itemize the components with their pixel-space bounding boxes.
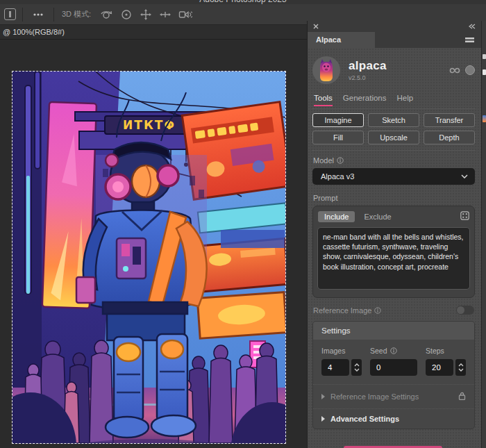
steps-input[interactable] — [426, 359, 453, 376]
stepper-down-icon[interactable] — [458, 368, 464, 372]
prompt-label-row: Prompt — [313, 194, 475, 202]
app-name: alpaca — [349, 59, 387, 73]
dock-panel-icon[interactable] — [483, 54, 486, 59]
randomize-dice-icon[interactable] — [460, 210, 469, 223]
settings-fields: Images Seed — [313, 340, 474, 384]
transfer-button[interactable]: Transfer — [424, 113, 475, 127]
chevron-down-icon — [461, 174, 468, 179]
more-options-icon[interactable] — [33, 13, 44, 17]
model-select-value: Alpaca v3 — [321, 172, 461, 181]
images-field: Images — [321, 347, 362, 376]
prompt-box: Include Exclude ne-man band with all the… — [312, 206, 475, 298]
seed-input[interactable] — [370, 359, 417, 376]
close-icon[interactable] — [313, 24, 319, 29]
stepper-down-icon[interactable] — [354, 368, 360, 372]
panel-body: alpaca v2.5.0 Tools Generations Help Ima… — [308, 48, 481, 448]
current-tool-icon[interactable] — [4, 8, 16, 20]
panel-tab-row: Alpaca — [308, 32, 481, 48]
chevron-right-icon — [321, 416, 325, 422]
steps-field: Steps — [426, 347, 466, 376]
images-input[interactable] — [321, 359, 349, 376]
advanced-settings-label: Advanced Settings — [330, 415, 399, 423]
canvas-artwork[interactable]: ИТКТΦ — [12, 71, 286, 444]
app-header: alpaca v2.5.0 — [312, 53, 475, 87]
info-icon — [390, 347, 397, 354]
reference-image-settings-label: Reference Image Settings — [330, 392, 419, 401]
reference-image-row: Reference Image — [313, 306, 474, 315]
model-label: Model — [313, 156, 334, 165]
steps-label: Steps — [426, 347, 444, 355]
reference-image-toggle[interactable] — [456, 306, 474, 315]
panel-menu-icon[interactable] — [465, 32, 481, 48]
slide-3d-camera-icon[interactable] — [159, 8, 171, 21]
tab-tools[interactable]: Tools — [314, 94, 333, 106]
fill-button[interactable]: Fill — [312, 131, 364, 144]
orbit-3d-camera-icon[interactable] — [100, 8, 113, 21]
account-avatar[interactable] — [465, 65, 475, 75]
app-version: v2.5.0 — [349, 74, 387, 81]
exclude-tab[interactable]: Exclude — [364, 213, 391, 221]
seed-label: Seed — [370, 347, 387, 355]
images-stepper[interactable] — [351, 359, 362, 376]
separator — [22, 8, 23, 22]
nav-tabs: Tools Generations Help — [312, 90, 475, 106]
stepper-up-icon[interactable] — [354, 363, 360, 367]
roll-3d-camera-icon[interactable] — [120, 8, 133, 21]
prompt-label: Prompt — [313, 194, 337, 202]
artwork-illustration: ИТКТΦ — [12, 72, 285, 443]
steps-stepper[interactable] — [455, 359, 466, 376]
seed-field: Seed — [370, 347, 417, 376]
document-tab-label: @ 100%(RGB/8#) — [0, 28, 65, 36]
imagine-button[interactable]: Imagine — [312, 113, 364, 127]
prompt-head: Include Exclude — [318, 210, 469, 223]
movie-camera-icon[interactable] — [178, 9, 192, 20]
settings-card: Settings Images — [312, 321, 475, 429]
app-identity: alpaca v2.5.0 — [349, 59, 387, 81]
lock-icon — [458, 390, 466, 403]
include-tab[interactable]: Include — [318, 211, 355, 222]
upscale-button[interactable]: Upscale — [368, 131, 419, 144]
dock-strip — [481, 21, 486, 448]
sketch-button[interactable]: Sketch — [368, 113, 419, 127]
canvas-pasteboard[interactable]: ИТКТΦ — [0, 40, 308, 448]
chevron-right-icon — [321, 394, 325, 399]
alpaca-logo — [312, 56, 340, 84]
photoshop-window: Adobe Photoshop 2023 3D 模式: @ 100%(RGB/8… — [0, 0, 486, 448]
toggle-knob — [457, 306, 464, 314]
tab-alpaca[interactable]: Alpaca — [308, 32, 375, 48]
3d-mode-label: 3D 模式: — [62, 9, 91, 19]
advanced-settings-row[interactable]: Advanced Settings — [313, 408, 474, 429]
settings-header: Settings — [313, 322, 474, 340]
dock-thumbnail-icon[interactable] — [483, 115, 486, 122]
pan-3d-camera-icon[interactable] — [140, 8, 152, 21]
divider — [312, 108, 475, 109]
header-right — [449, 65, 475, 75]
stepper-up-icon[interactable] — [458, 363, 464, 367]
images-label: Images — [321, 347, 345, 355]
panel-topbar — [308, 21, 481, 32]
infinity-icon — [449, 67, 460, 74]
alpaca-panel: Alpaca alpaca — [308, 21, 481, 448]
model-select[interactable]: Alpaca v3 — [312, 168, 475, 185]
reference-image-label: Reference Image — [313, 306, 371, 315]
collapse-panel-icon[interactable] — [469, 24, 476, 29]
dock-panel-icon[interactable] — [483, 69, 486, 75]
divider — [312, 150, 475, 151]
model-label-row: Model — [313, 156, 475, 165]
separator — [53, 8, 54, 22]
info-icon — [374, 307, 381, 314]
prompt-input[interactable]: ne-man band with all the bells and whist… — [317, 227, 470, 290]
tab-generations[interactable]: Generations — [343, 94, 387, 106]
reference-image-label-row: Reference Image — [313, 306, 381, 315]
depth-button[interactable]: Depth — [424, 131, 475, 144]
tab-help[interactable]: Help — [397, 94, 414, 106]
reference-image-settings-row[interactable]: Reference Image Settings — [313, 384, 474, 408]
tool-grid: Imagine Sketch Transfer Fill Upscale Dep… — [312, 111, 475, 148]
info-icon — [337, 157, 344, 164]
